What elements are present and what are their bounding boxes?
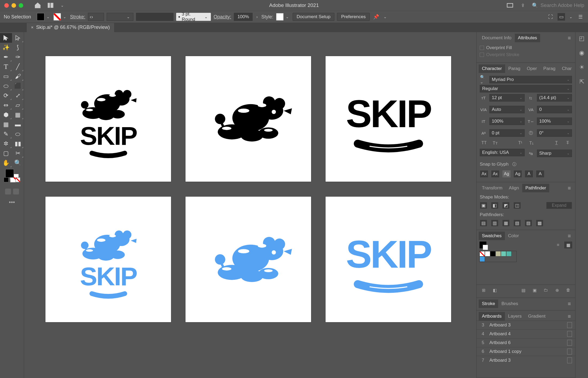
- tab-attributes[interactable]: Attributes: [515, 34, 540, 42]
- orientation-icon[interactable]: [567, 349, 572, 354]
- font-style-field[interactable]: Regular⌄: [480, 85, 572, 92]
- tab-swatches[interactable]: Swatches: [479, 232, 505, 240]
- lasso-tool[interactable]: ⟆: [12, 43, 24, 52]
- artboard-4[interactable]: SKIP: [45, 197, 171, 322]
- minus-back-button[interactable]: ▩: [536, 220, 543, 227]
- panel-menu-icon[interactable]: ≡: [566, 233, 573, 239]
- share-doc-icon[interactable]: [506, 2, 514, 9]
- document-tab[interactable]: × Skip.ai* @ 66.67% (RGB/Preview): [27, 23, 114, 32]
- font-family-field[interactable]: Myriad Pro⌄: [489, 76, 572, 83]
- minimize-window[interactable]: [11, 3, 16, 8]
- orientation-icon[interactable]: [567, 322, 572, 328]
- list-view-icon[interactable]: ≡: [554, 241, 562, 249]
- opacity-label[interactable]: Opacity:: [214, 14, 231, 20]
- leading-field[interactable]: (14.4 pt)⌄: [537, 94, 572, 102]
- type-tool[interactable]: T: [0, 62, 12, 72]
- baseline-field[interactable]: 0 pt⌄: [489, 129, 525, 137]
- grid-view-icon[interactable]: ▦: [564, 241, 572, 249]
- trim-button[interactable]: ▥: [491, 220, 498, 227]
- antialias-field[interactable]: Sharp⌄: [537, 150, 572, 157]
- artboard-row[interactable]: 5Artboard 6: [477, 338, 575, 347]
- divide-button[interactable]: ▤: [480, 220, 487, 227]
- draw-mode-row[interactable]: [0, 189, 24, 197]
- glyph-ax[interactable]: Ax: [480, 170, 488, 178]
- magic-wand-tool[interactable]: ✨: [0, 43, 12, 52]
- artboard-2[interactable]: [185, 56, 311, 182]
- panel-menu-icon[interactable]: ≡: [566, 185, 573, 191]
- edit-toolbar-icon[interactable]: •••: [0, 199, 24, 206]
- font-size-field[interactable]: 12 pt⌄: [489, 94, 525, 102]
- current-fill-swatch[interactable]: [479, 241, 487, 249]
- artboard-row[interactable]: 3Artboard 3: [477, 321, 575, 329]
- language-field[interactable]: English: USA⌄: [480, 149, 525, 156]
- preferences-button[interactable]: Preferences: [337, 13, 370, 21]
- paintbrush-tool[interactable]: 🖌: [12, 72, 24, 81]
- document-setup-button[interactable]: Document Setup: [293, 13, 335, 21]
- artboard-row[interactable]: 7Artboard 3: [477, 356, 575, 363]
- crop-button[interactable]: ▧: [513, 220, 521, 227]
- canvas[interactable]: SKIP SKIP: [24, 32, 476, 378]
- hscale-field[interactable]: 100%⌄: [537, 118, 572, 125]
- outline-button[interactable]: ▨: [525, 220, 532, 227]
- learn-icon[interactable]: ♀: [519, 2, 527, 9]
- pin-chev[interactable]: ⌄: [382, 15, 388, 19]
- tab-layers[interactable]: Layers: [505, 312, 525, 321]
- rotate-tool[interactable]: ⟳: [0, 91, 12, 100]
- eraser-tool[interactable]: ⬛: [12, 81, 24, 91]
- tab-opentype[interactable]: Oper: [524, 64, 540, 73]
- eyedropper-tool[interactable]: ✎: [0, 129, 12, 139]
- gradient-tool[interactable]: ▬: [12, 120, 24, 129]
- stroke-swatch[interactable]: ⌄: [53, 13, 67, 21]
- merge-button[interactable]: ▦: [502, 220, 510, 227]
- artboard-6[interactable]: SKIP: [326, 197, 451, 322]
- tab-document-info[interactable]: Document Info: [479, 34, 515, 42]
- font-search-icon[interactable]: 🔍⌄: [480, 76, 487, 83]
- opacity-chevron[interactable]: ›: [255, 15, 259, 19]
- search-box[interactable]: 🔍 Search Adobe Help: [532, 2, 584, 9]
- panel-menu-icon[interactable]: ≡: [566, 301, 573, 307]
- glyph-astrike[interactable]: A: [536, 170, 544, 178]
- cc-dock-icon[interactable]: ☀: [578, 64, 586, 71]
- rectangle-tool[interactable]: ▭: [0, 72, 12, 81]
- glyph-ag[interactable]: Ag: [502, 170, 511, 178]
- tab-transform[interactable]: Transform: [479, 184, 506, 192]
- tab-pathfinder[interactable]: Pathfinder: [522, 184, 550, 192]
- tab-color[interactable]: Color: [505, 232, 522, 240]
- artboard-row[interactable]: 4Artboard 4: [477, 329, 575, 338]
- glyph-a[interactable]: A: [525, 170, 533, 178]
- superscript-icon[interactable]: T¹: [516, 139, 525, 147]
- orientation-icon[interactable]: [567, 357, 572, 363]
- tab-align[interactable]: Align: [506, 184, 522, 192]
- opacity-field[interactable]: 100%: [234, 13, 253, 21]
- swatch-kind-icon[interactable]: ◧: [490, 286, 499, 294]
- graphic-style[interactable]: ⌄: [276, 13, 290, 21]
- fill-stroke-swatch[interactable]: [0, 168, 24, 184]
- overprint-fill-checkbox[interactable]: [480, 46, 484, 50]
- glyph-ag2[interactable]: Ag: [513, 170, 522, 178]
- perspective-tool[interactable]: ▦: [12, 110, 24, 120]
- curvature-tool[interactable]: ✑: [12, 52, 24, 62]
- shape-builder-tool[interactable]: ⬢: [0, 110, 12, 120]
- tab-paragraph[interactable]: Parag: [505, 64, 524, 73]
- arrange-docs-icon[interactable]: [47, 2, 54, 9]
- chevron-down-icon[interactable]: ⌄: [60, 3, 65, 7]
- export-dock-icon[interactable]: ⇱: [578, 78, 586, 85]
- direct-selection-tool[interactable]: [12, 33, 24, 43]
- tab-artboards[interactable]: Artboards: [479, 312, 505, 321]
- tracking-field[interactable]: 0⌄: [537, 106, 572, 113]
- slice-tool[interactable]: ✂: [12, 149, 24, 158]
- vp-drop-dark[interactable]: [136, 13, 173, 21]
- allcaps-icon[interactable]: TT: [480, 139, 488, 147]
- new-folder-icon[interactable]: 🗀: [541, 286, 550, 294]
- snap-chev[interactable]: ⌄: [568, 15, 574, 19]
- home-icon[interactable]: [34, 2, 41, 9]
- new-group-icon[interactable]: ▣: [530, 286, 539, 294]
- tab-para2[interactable]: Parag: [540, 64, 559, 73]
- selection-tool[interactable]: [0, 33, 12, 43]
- rotation-field[interactable]: 0°⌄: [537, 129, 572, 137]
- swatch-options-icon[interactable]: ▤: [519, 286, 528, 294]
- symbol-sprayer-tool[interactable]: ✲: [0, 139, 12, 149]
- libraries-dock-icon[interactable]: ◉: [578, 49, 586, 57]
- artboard-row[interactable]: 6Artboard 1 copy: [477, 347, 575, 356]
- variable-profile[interactable]: •3 pt. Round⌄: [176, 13, 211, 21]
